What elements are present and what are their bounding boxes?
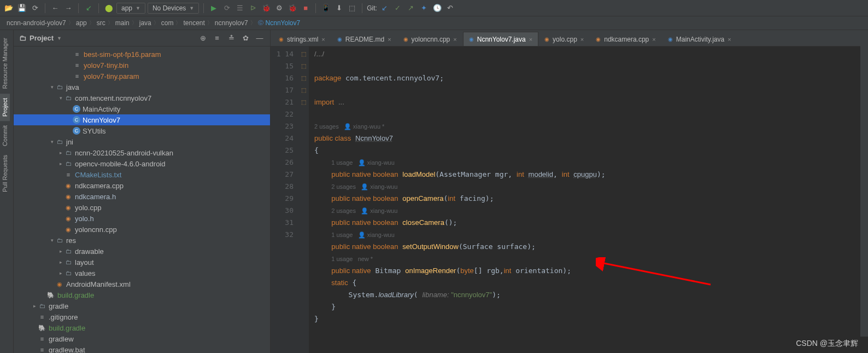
code-content[interactable]: /.../ package com.tencent.ncnnyolov7; im… bbox=[309, 47, 868, 353]
attach-icon[interactable]: ⚙ bbox=[274, 3, 285, 14]
crumb-0[interactable]: ncnn-android-yolov7 bbox=[7, 19, 66, 27]
tree-item[interactable]: ◉yolo.cpp bbox=[14, 202, 270, 213]
sdk-icon[interactable]: ⬇ bbox=[333, 3, 344, 14]
android-icon: ⬤ bbox=[103, 3, 114, 14]
git-update-icon[interactable]: ↙ bbox=[379, 3, 390, 14]
crumb-active[interactable]: NcnnYolov7 bbox=[266, 19, 301, 27]
tree-item[interactable]: ≡gradlew bbox=[14, 333, 270, 344]
git-history-icon[interactable]: 🕓 bbox=[432, 3, 443, 14]
editor-tab[interactable]: ◉ndkcamera.cpp× bbox=[590, 32, 661, 46]
editor-tab[interactable]: ◉README.md× bbox=[331, 32, 397, 46]
tree-item[interactable]: ≡yolov7-tiny.param bbox=[14, 71, 270, 82]
editor-area: ◉strings.xml×◉README.md×◉yoloncnn.cpp×◉N… bbox=[271, 30, 868, 353]
side-tab-resource-manager[interactable]: Resource Manager bbox=[0, 33, 10, 94]
tree-item[interactable]: ▸🗀gradle bbox=[14, 300, 270, 311]
avd-icon[interactable]: 📱 bbox=[320, 3, 331, 14]
tree-item[interactable]: ◉ndkcamera.h bbox=[14, 191, 270, 202]
devices-combo[interactable]: No Devices▼ bbox=[148, 3, 199, 14]
hide-icon[interactable]: — bbox=[255, 34, 265, 42]
editor-tabs: ◉strings.xml×◉README.md×◉yoloncnn.cpp×◉N… bbox=[271, 30, 868, 47]
editor-tab[interactable]: ◉strings.xml× bbox=[273, 32, 331, 46]
select-opened-icon[interactable]: ⊕ bbox=[198, 34, 208, 42]
project-tree[interactable]: ≡best-sim-opt-fp16.param≡yolov7-tiny.bin… bbox=[14, 47, 270, 353]
project-panel-header: 🗀Project ▼ ⊕ ≡ ≛ ✿ — bbox=[14, 30, 270, 47]
editor-tab[interactable]: ◉yoloncnn.cpp× bbox=[397, 32, 463, 46]
close-icon[interactable]: × bbox=[529, 36, 532, 43]
tree-item[interactable]: ▸🗀values bbox=[14, 268, 270, 279]
coverage-icon[interactable]: ☰ bbox=[234, 3, 245, 14]
folder-icon: 🗀 bbox=[19, 34, 26, 42]
tree-item[interactable]: 🐘build.gradle bbox=[14, 290, 270, 300]
tree-item[interactable]: CNcnnYolov7 bbox=[14, 114, 270, 125]
tree-item[interactable]: CMainActivity bbox=[14, 103, 270, 114]
tree-item[interactable]: ▾🗀com.tencent.ncnnyolov7 bbox=[14, 92, 270, 103]
editor-scrollbar[interactable] bbox=[860, 30, 868, 337]
save-icon[interactable]: 💾 bbox=[16, 3, 27, 14]
crumb-4[interactable]: java bbox=[139, 19, 151, 27]
run-icon[interactable]: ▶ bbox=[208, 3, 219, 14]
editor-body[interactable]: 1 14 15 16 17 21 22 23 24 25 26 27 28 29… bbox=[271, 47, 868, 353]
close-icon[interactable]: × bbox=[453, 36, 456, 43]
tree-item[interactable]: ≡best-sim-opt-fp16.param bbox=[14, 49, 270, 60]
module-combo[interactable]: app▼ bbox=[116, 3, 145, 14]
watermark: CSDN @玉念聿辉 bbox=[796, 339, 858, 349]
close-icon[interactable]: × bbox=[652, 36, 655, 43]
editor-tab[interactable]: ◉yolo.cpp× bbox=[538, 32, 590, 46]
git-push-icon[interactable]: ↗ bbox=[406, 3, 417, 14]
crumb-7[interactable]: ncnnyolov7 bbox=[215, 19, 248, 27]
forward-icon[interactable]: → bbox=[63, 3, 74, 14]
editor-tab[interactable]: ◉NcnnYolov7.java× bbox=[463, 32, 538, 46]
left-tool-gutter: Resource Manager Project Commit Pull Req… bbox=[0, 30, 14, 353]
tree-item[interactable]: ◉AndroidManifest.xml bbox=[14, 279, 270, 290]
tree-item[interactable]: ▾🗀res bbox=[14, 235, 270, 246]
close-icon[interactable]: × bbox=[580, 36, 584, 43]
expand-icon[interactable]: ≡ bbox=[212, 34, 222, 42]
tree-item[interactable]: ◉yolo.h bbox=[14, 213, 270, 224]
close-icon[interactable]: × bbox=[728, 36, 731, 43]
close-icon[interactable]: × bbox=[321, 36, 325, 43]
tree-item[interactable]: ▸🗀ncnn-20210525-android-vulkan bbox=[14, 147, 270, 158]
editor-tab[interactable]: ◉MainActivity.java× bbox=[662, 32, 737, 46]
tree-item[interactable]: ▾🗀jni bbox=[14, 136, 270, 147]
more-run-icon[interactable]: 🐞 bbox=[287, 3, 298, 14]
project-panel: 🗀Project ▼ ⊕ ≡ ≛ ✿ — ≡best-sim-opt-fp16.… bbox=[14, 30, 271, 353]
sync-icon[interactable]: ⟳ bbox=[30, 3, 40, 14]
tree-item[interactable]: ≡gradlew.bat bbox=[14, 344, 270, 353]
open-icon[interactable]: 📂 bbox=[3, 3, 14, 14]
panel-title: Project bbox=[30, 34, 54, 42]
crumb-6[interactable]: tencent bbox=[183, 19, 204, 27]
crumb-3[interactable]: main bbox=[115, 19, 130, 27]
tree-item[interactable]: ▸🗀layout bbox=[14, 257, 270, 268]
gutter-icons: ⬚ ⬚ ⬚ ⬚ ⬚ bbox=[298, 47, 309, 353]
settings-icon[interactable]: ✿ bbox=[241, 34, 250, 42]
close-icon[interactable]: × bbox=[388, 36, 391, 43]
tree-item[interactable]: ≡CMakeLists.txt bbox=[14, 169, 270, 180]
debug-icon[interactable]: 🐞 bbox=[261, 3, 272, 14]
collapse-icon[interactable]: ≛ bbox=[226, 34, 236, 42]
breadcrumbs: ncnn-android-yolov7〉 app〉 src〉 main〉 jav… bbox=[0, 16, 868, 30]
tree-item[interactable]: ▸🗀drawable bbox=[14, 246, 270, 257]
side-tab-pull-requests[interactable]: Pull Requests bbox=[0, 151, 10, 196]
tree-item[interactable]: ◉ndkcamera.cpp bbox=[14, 180, 270, 191]
tree-item[interactable]: ▾🗀java bbox=[14, 82, 270, 92]
git-pull-icon[interactable]: ✦ bbox=[419, 3, 430, 14]
tree-item[interactable]: 🐘build.gradle bbox=[14, 322, 270, 333]
crumb-2[interactable]: src bbox=[97, 19, 105, 27]
tree-item[interactable]: ◉yoloncnn.cpp bbox=[14, 224, 270, 235]
crumb-5[interactable]: com bbox=[161, 19, 174, 27]
tree-item[interactable]: CSYUtils bbox=[14, 125, 270, 136]
tree-item[interactable]: ≡yolov7-tiny.bin bbox=[14, 60, 270, 71]
stop-icon[interactable]: ■ bbox=[300, 3, 311, 14]
back-icon[interactable]: ← bbox=[50, 3, 61, 14]
cube-icon[interactable]: ⬚ bbox=[347, 3, 357, 14]
git-commit-icon[interactable]: ✓ bbox=[392, 3, 403, 14]
tree-item[interactable]: ▸🗀opencv-mobile-4.6.0-android bbox=[14, 158, 270, 169]
profile-icon[interactable]: ᐅ bbox=[248, 3, 259, 14]
crumb-1[interactable]: app bbox=[76, 19, 87, 27]
build-icon[interactable]: ↙ bbox=[83, 3, 94, 14]
git-rollback-icon[interactable]: ↶ bbox=[445, 3, 456, 14]
side-tab-commit[interactable]: Commit bbox=[0, 121, 10, 151]
side-tab-project[interactable]: Project bbox=[0, 94, 10, 121]
debug-step-icon[interactable]: ⟳ bbox=[221, 3, 232, 14]
tree-item[interactable]: ≡.gitignore bbox=[14, 311, 270, 322]
